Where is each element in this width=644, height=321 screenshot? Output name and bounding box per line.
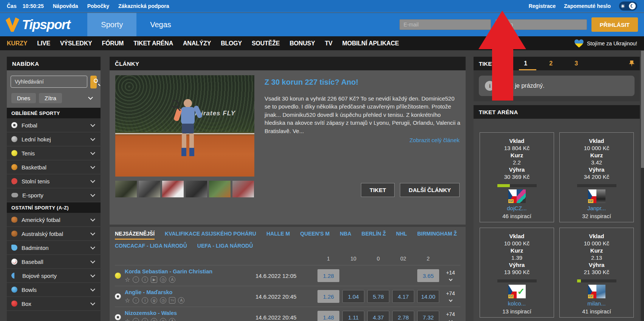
boost-icon[interactable]: ↑ [133, 318, 139, 321]
arena-card-4[interactable]: Vklad 10 000 Kč Kurz 2.13 Výhra 21 300 K… [559, 228, 634, 318]
sidebar-item-bojove-sporty[interactable]: Bojové sporty [7, 269, 101, 283]
tab-berlin[interactable]: BERLÍN Ž [362, 231, 386, 237]
info-icon[interactable]: i [142, 297, 148, 304]
microphone-icon[interactable]: ψ [151, 297, 157, 304]
arena-username-link[interactable]: Janpr... [560, 205, 633, 211]
more-odds[interactable]: +74 [441, 311, 460, 321]
login-button[interactable]: PŘIHLÁSIT [591, 17, 638, 32]
tab-concacaf[interactable]: CONCACAF - LIGA NÁRODŮ [115, 243, 187, 249]
nav-live[interactable]: LIVE [32, 40, 55, 47]
nav-mobilni-aplikace[interactable]: MOBILNÍ APLIKACE [337, 40, 404, 47]
sidebar-item-esporty[interactable]: E-sporty [7, 188, 101, 202]
tab-nba[interactable]: NBA [340, 231, 351, 237]
analysis-icon[interactable]: A [169, 318, 175, 321]
more-odds[interactable]: +14 [441, 270, 460, 282]
search-button[interactable] [90, 76, 97, 88]
sidebar-item-fotbal[interactable]: Fotbal [7, 118, 101, 132]
more-odds[interactable]: +74 [441, 290, 460, 302]
sidebar-item-tenis[interactable]: Tenis [7, 146, 101, 160]
stopwatch-icon[interactable]: ◷ [160, 276, 166, 283]
nav-blogy[interactable]: BLOGY [216, 40, 247, 47]
pin-icon[interactable] [629, 60, 635, 67]
sidebar-item-partial[interactable] [7, 311, 101, 321]
ticket-tab-1[interactable]: 1 [524, 60, 527, 67]
sidebar-item-baseball[interactable]: Baseball [7, 255, 101, 269]
thumbnail-6[interactable] [232, 181, 254, 197]
microphone-icon[interactable]: ψ [151, 318, 157, 321]
scrollbar-thumb[interactable] [641, 51, 644, 168]
star-icon[interactable]: ☆ [125, 277, 130, 283]
tab-birmingham[interactable]: BIRMINGHAM Ž [417, 231, 457, 237]
odds-cell-1[interactable]: 1.48 [317, 311, 339, 321]
thumbnail-2[interactable] [139, 181, 160, 197]
stopwatch-icon[interactable]: ◷ [160, 318, 166, 321]
odds-cell-2[interactable]: 7.32 [417, 311, 439, 321]
tab-nhl[interactable]: NHL [396, 231, 407, 237]
nav-souteze[interactable]: SOUTĚŽE [247, 40, 285, 47]
odds-cell-10[interactable]: 1.11 [342, 311, 364, 321]
tv-icon[interactable]: TV [169, 297, 175, 304]
topbar-link-pobocky[interactable]: Pobočky [87, 3, 109, 9]
info-icon[interactable]: i [142, 318, 148, 321]
star-icon[interactable]: ☆ [125, 298, 130, 304]
arena-card-1[interactable]: Vklad 13 804 Kč Kurz 2.2 Výhra 30 369 Kč… [480, 132, 554, 222]
tab-sporty[interactable]: Sporty [87, 13, 136, 36]
odds-cell-0[interactable]: 5.78 [367, 290, 389, 303]
boost-icon[interactable]: ↑ [133, 297, 139, 304]
article-image[interactable]: Emirates FLY [115, 75, 254, 177]
tab-zitra[interactable]: Zítra [39, 93, 62, 103]
analysis-icon[interactable]: A [169, 276, 175, 283]
tab-queens[interactable]: QUEEN'S M [300, 231, 330, 237]
odds-cell-2[interactable]: 14.00 [417, 290, 439, 303]
odds-cell-02[interactable]: 2.78 [392, 311, 414, 321]
theme-toggle[interactable]: ☀ ☾ [619, 2, 637, 11]
sidebar-item-americky-fotbal[interactable]: Americký fotbal [7, 213, 101, 227]
sidebar-item-ledni-hokej[interactable]: Lední hokej [7, 132, 101, 146]
match-link[interactable]: Anglie - Maďarsko [125, 289, 184, 295]
stopwatch-icon[interactable]: ◷ [160, 297, 166, 304]
sidebar-item-bowls[interactable]: Bowls [7, 283, 101, 297]
tipsport-logo[interactable]: Tipsport [5, 17, 70, 33]
tiket-button[interactable]: TIKET [361, 183, 395, 197]
sidebar-item-stolni-tenis[interactable]: Stolní tenis [7, 174, 101, 188]
thumbnail-3[interactable] [162, 181, 184, 197]
nav-forum[interactable]: FÓRUM [97, 40, 129, 47]
odds-cell-1[interactable]: 1.26 [317, 290, 339, 303]
tab-kvalifikace[interactable]: KVALIFIKACE ASIJSKÉHO POHÁRU [165, 231, 256, 237]
odds-cell-02[interactable]: 4.17 [392, 290, 414, 303]
odds-cell-0[interactable]: 4.37 [367, 311, 389, 321]
star-icon[interactable]: ☆ [125, 318, 130, 321]
topbar-link-podpora[interactable]: Zákaznická podpora [118, 3, 169, 9]
ticket-tab-2[interactable]: 2 [549, 60, 553, 67]
nav-analyzy[interactable]: ANALÝZY [178, 40, 216, 47]
nav-tiket-arena[interactable]: TIKET ARÉNA [128, 40, 178, 47]
info-icon[interactable]: i [142, 276, 148, 283]
nav-tv[interactable]: TV [320, 40, 337, 47]
boost-icon[interactable]: ↑ [133, 276, 139, 283]
video-icon[interactable]: ▶ [151, 276, 157, 283]
chevron-down-icon[interactable] [88, 95, 93, 100]
nav-vysledky[interactable]: VÝSLEDKY [55, 40, 97, 47]
forgot-password-link[interactable]: Zapomenuté heslo [564, 3, 611, 9]
arena-card-2[interactable]: Vklad 10 000 Kč Kurz 3.42 Výhra 34 200 K… [559, 132, 634, 222]
analysis-icon[interactable]: A [178, 297, 184, 304]
sidebar-item-australsky-fotbal[interactable]: Australský fotbal [7, 227, 101, 241]
nav-bonusy[interactable]: BONUSY [285, 40, 320, 47]
match-link[interactable]: Nizozemsko - Wales [125, 310, 177, 316]
ticket-tab-3[interactable]: 3 [574, 60, 578, 67]
show-full-article-link[interactable]: Zobrazit celý článek [409, 137, 460, 143]
email-field[interactable] [399, 19, 491, 30]
odds-cell-2[interactable]: 3.65 [417, 269, 439, 282]
ukraine-banner[interactable]: Stojíme za Ukrajinou! [574, 39, 637, 48]
tab-halle[interactable]: HALLE M [266, 231, 290, 237]
tab-nejsazenejsi[interactable]: NEJSÁZENĚJŠÍ [115, 231, 155, 237]
thumbnail-1[interactable] [115, 181, 137, 197]
odds-cell-10[interactable]: 1.04 [342, 290, 364, 303]
tab-dnes[interactable]: Dnes [11, 93, 36, 103]
odds-cell-1[interactable]: 1.28 [317, 269, 339, 282]
thumbnail-5[interactable] [209, 181, 231, 197]
tab-vegas[interactable]: Vegas [136, 13, 185, 36]
thumbnail-4[interactable] [186, 181, 207, 197]
password-field[interactable] [495, 19, 587, 30]
match-link[interactable]: Korda Sebastian - Garin Christian [125, 268, 212, 274]
